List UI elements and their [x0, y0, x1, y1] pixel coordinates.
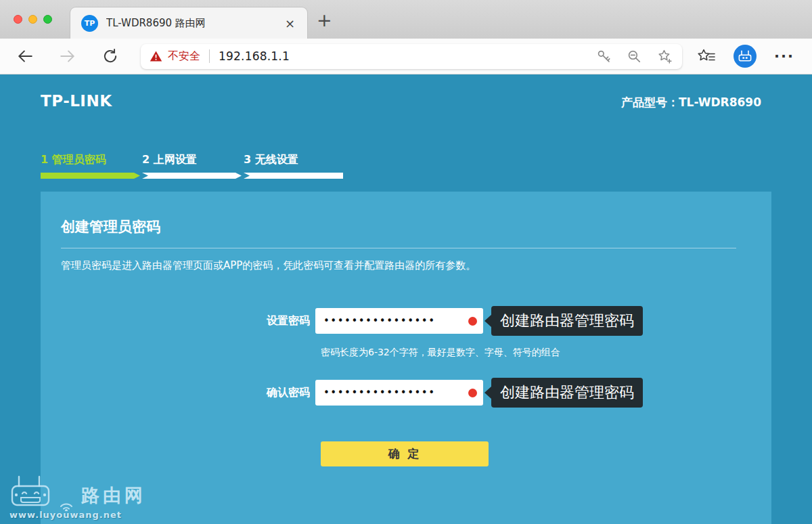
router-extension-icon[interactable]: [734, 45, 757, 68]
window-minimize-icon[interactable]: [28, 15, 37, 24]
tp-link-logo: TP-LINK: [41, 92, 112, 110]
setup-steps: 1 管理员密码 2 上网设置 3 无线设置: [41, 153, 345, 179]
password-tooltip: 创建路由器管理密码: [484, 306, 643, 336]
required-dot-icon: [468, 317, 477, 326]
watermark-brand: 路由网: [81, 486, 146, 508]
set-password-row: 设置密码 创建路由器管理密码: [61, 306, 751, 336]
browser-tab-bar: TP TL-WDR8690 路由网 × +: [0, 0, 812, 39]
browser-tab[interactable]: TP TL-WDR8690 路由网 ×: [70, 7, 308, 39]
security-warning-icon[interactable]: [150, 50, 162, 62]
router-setup-page: TP-LINK 产品型号：TL-WDR8690 1 管理员密码 2 上网设置 3…: [0, 74, 812, 524]
required-dot-icon: [468, 389, 477, 397]
confirm-button[interactable]: 确 定: [321, 441, 489, 466]
tooltip-text: 创建路由器管理密码: [491, 306, 643, 336]
panel-description: 管理员密码是进入路由器管理页面或APP的密码，凭此密码可查看并配置路由器的所有参…: [61, 259, 751, 272]
password-hint: 密码长度为6-32个字符，最好是数字、字母、符号的组合: [321, 347, 751, 359]
step-internet-settings[interactable]: 2 上网设置: [142, 153, 244, 179]
step-progress-bar: [142, 173, 242, 179]
window-close-icon[interactable]: [14, 15, 22, 24]
watermark-router-icon: [9, 473, 51, 508]
watermark-url: www.luyouwang.net: [9, 510, 146, 520]
security-warning-label[interactable]: 不安全: [168, 49, 200, 64]
more-menu-icon[interactable]: ···: [774, 48, 794, 64]
forward-button[interactable]: [55, 44, 80, 68]
forward-arrow-icon: [59, 47, 76, 65]
step-wireless-settings[interactable]: 3 无线设置: [244, 153, 345, 179]
tooltip-arrow-icon: [484, 315, 491, 327]
confirm-password-label: 确认密码: [61, 386, 315, 400]
set-password-input[interactable]: [315, 308, 483, 334]
new-tab-button[interactable]: +: [317, 9, 332, 30]
add-favorite-star-icon[interactable]: [656, 48, 673, 65]
divider: [61, 248, 736, 248]
product-model-label: 产品型号：TL-WDR8690: [621, 95, 761, 110]
step-progress-bar: [41, 173, 140, 179]
step-admin-password[interactable]: 1 管理员密码: [41, 153, 142, 179]
page-header: TP-LINK 产品型号：TL-WDR8690: [0, 74, 812, 110]
panel-title: 创建管理员密码: [61, 217, 751, 236]
window-controls: [14, 15, 52, 24]
back-arrow-icon: [16, 47, 34, 65]
confirm-password-input[interactable]: [315, 380, 483, 406]
luyouwang-watermark: 路由网 www.luyouwang.net: [9, 473, 146, 520]
refresh-button[interactable]: [98, 44, 122, 68]
window-zoom-icon[interactable]: [43, 15, 52, 24]
url-text: 192.168.1.1: [219, 49, 290, 63]
step-progress-bar: [244, 173, 343, 179]
browser-toolbar: 不安全 192.168.1.1 ···: [0, 39, 812, 74]
tab-close-icon[interactable]: ×: [284, 16, 296, 30]
create-password-panel: 创建管理员密码 管理员密码是进入路由器管理页面或APP的密码，凭此密码可查看并配…: [41, 192, 771, 524]
set-password-label: 设置密码: [61, 314, 315, 328]
back-button[interactable]: [13, 44, 37, 68]
address-bar[interactable]: 不安全 192.168.1.1: [141, 44, 682, 69]
password-tooltip: 创建路由器管理密码: [484, 378, 643, 408]
favorites-hub-icon[interactable]: [697, 47, 716, 65]
confirm-password-row: 确认密码 创建路由器管理密码: [61, 378, 751, 408]
saved-password-key-icon[interactable]: [595, 48, 612, 65]
tab-favicon-icon: TP: [81, 15, 98, 32]
tooltip-arrow-icon: [484, 387, 491, 399]
zoom-out-icon[interactable]: [626, 48, 643, 65]
url-divider: [209, 49, 210, 63]
tooltip-text: 创建路由器管理密码: [491, 378, 643, 408]
tab-title: TL-WDR8690 路由网: [106, 17, 284, 30]
refresh-icon: [102, 47, 119, 65]
